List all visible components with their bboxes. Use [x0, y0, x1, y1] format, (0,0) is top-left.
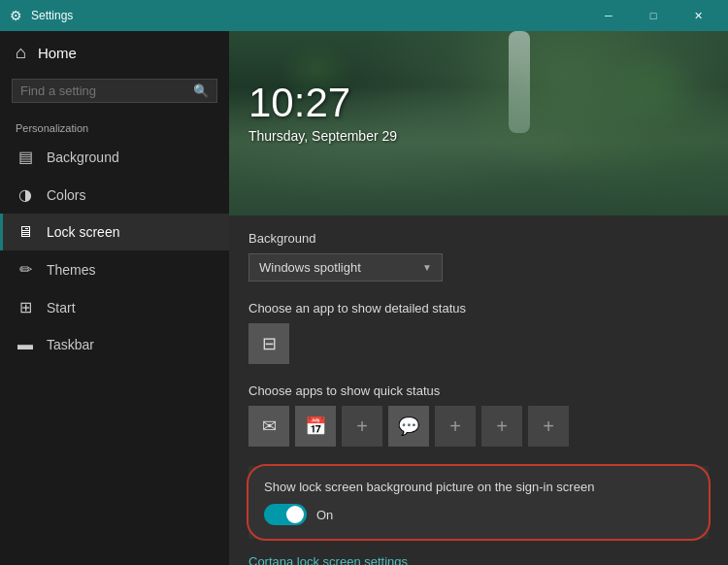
search-box[interactable]: 🔍 [12, 79, 217, 103]
lock-screen-preview: 10:27 Thursday, September 29 [229, 31, 728, 216]
sidebar-item-themes[interactable]: ✏ Themes [0, 250, 229, 288]
signin-toggle-label: On [316, 508, 333, 522]
sidebar-item-lock-screen[interactable]: 🖥 Lock screen [0, 214, 229, 250]
main-content: 10:27 Thursday, September 29 Background … [229, 31, 728, 565]
title-text: Settings [31, 9, 586, 22]
background-label: Background [248, 231, 709, 246]
waterfall-stream [509, 31, 530, 133]
sidebar-item-themes-label: Themes [47, 262, 96, 278]
toggle-thumb [286, 506, 304, 523]
lock-time: 10:27 [248, 80, 350, 126]
quick-status-setting: Choose apps to show quick status ✉ 📅 + 💬… [248, 383, 709, 447]
cortana-lock-screen-link[interactable]: Cortana lock screen settings [248, 554, 709, 565]
title-bar: ⚙ Settings ─ □ ✕ [0, 0, 728, 31]
search-icon: 🔍 [193, 83, 209, 98]
themes-icon: ✏ [16, 260, 35, 279]
lock-date: Thursday, September 29 [248, 128, 397, 144]
add-app-button-4[interactable]: + [528, 406, 569, 447]
sidebar: ⌂ Home 🔍 Personalization ▤ Background ◑ … [0, 31, 229, 565]
colors-icon: ◑ [16, 185, 35, 204]
quick-status-apps: ✉ 📅 + 💬 + + + [248, 406, 709, 447]
foliage-2 [606, 50, 703, 127]
add-app-button-3[interactable]: + [481, 406, 522, 447]
window-controls: ─ □ ✕ [586, 0, 720, 31]
signin-section: Show lock screen background picture on t… [248, 466, 709, 539]
background-setting: Background Windows spotlight ▼ [248, 231, 709, 282]
search-input[interactable] [20, 83, 193, 98]
detailed-status-setting: Choose an app to show detailed status ⊟ [248, 301, 709, 364]
calendar-app-button[interactable]: 📅 [295, 406, 336, 447]
sidebar-item-start[interactable]: ⊞ Start [0, 288, 229, 326]
sidebar-item-background-label: Background [47, 150, 119, 165]
sidebar-item-taskbar[interactable]: ▬ Taskbar [0, 326, 229, 363]
mail-app-button[interactable]: ✉ [248, 406, 289, 447]
background-dropdown[interactable]: Windows spotlight ▼ [248, 253, 443, 282]
sidebar-item-taskbar-label: Taskbar [47, 337, 94, 352]
sidebar-item-colors[interactable]: ◑ Colors [0, 176, 229, 214]
calendar-detail-app-button[interactable]: ⊟ [248, 323, 289, 364]
start-icon: ⊞ [16, 298, 35, 316]
background-icon: ▤ [16, 148, 35, 166]
sidebar-section-label: Personalization [0, 115, 229, 138]
minimize-button[interactable]: ─ [586, 0, 631, 31]
sidebar-item-colors-label: Colors [47, 187, 85, 203]
detailed-status-label: Choose an app to show detailed status [248, 301, 709, 316]
close-button[interactable]: ✕ [676, 0, 720, 31]
signin-label: Show lock screen background picture on t… [264, 480, 693, 494]
app-body: ⌂ Home 🔍 Personalization ▤ Background ◑ … [0, 31, 728, 565]
background-dropdown-value: Windows spotlight [259, 260, 361, 275]
taskbar-icon: ▬ [16, 336, 35, 353]
sidebar-item-start-label: Start [47, 300, 76, 316]
signin-toggle-row: On [264, 504, 693, 525]
quick-status-label: Choose apps to show quick status [248, 383, 709, 398]
sidebar-item-background[interactable]: ▤ Background [0, 138, 229, 176]
add-app-button-2[interactable]: + [435, 406, 476, 447]
home-label: Home [38, 45, 77, 61]
settings-icon: ⚙ [8, 8, 23, 23]
detailed-status-apps: ⊟ [248, 323, 709, 364]
add-app-button-1[interactable]: + [342, 406, 382, 447]
home-icon: ⌂ [16, 43, 26, 63]
sidebar-item-lock-screen-label: Lock screen [47, 224, 119, 240]
signin-toggle[interactable] [264, 504, 307, 525]
settings-panel: Background Windows spotlight ▼ Choose an… [229, 216, 728, 565]
chat-app-button[interactable]: 💬 [388, 406, 429, 447]
dropdown-arrow-icon: ▼ [422, 262, 432, 273]
restore-button[interactable]: □ [631, 0, 676, 31]
lock-icon: 🖥 [16, 223, 35, 241]
sidebar-item-home[interactable]: ⌂ Home [0, 31, 229, 75]
